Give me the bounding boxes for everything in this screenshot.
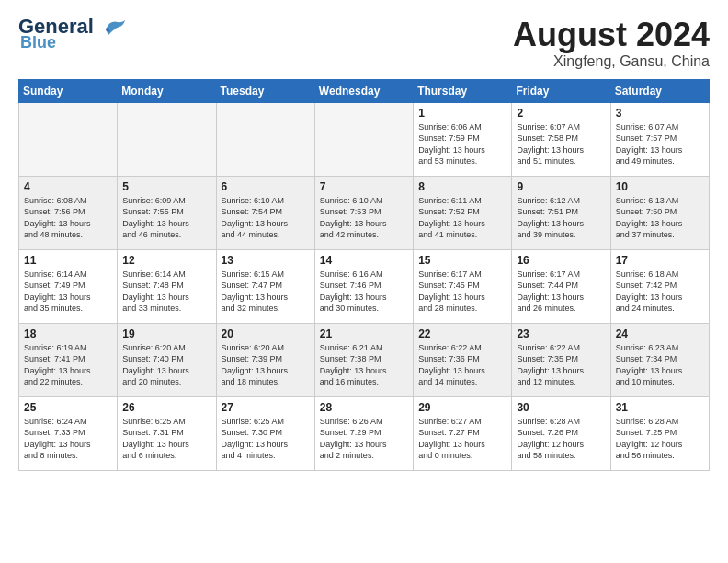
calendar-cell: 22Sunrise: 6:22 AMSunset: 7:36 PMDayligh… xyxy=(414,323,512,396)
day-info: Sunrise: 6:13 AMSunset: 7:50 PMDaylight:… xyxy=(616,195,704,241)
day-info: Sunrise: 6:17 AMSunset: 7:44 PMDaylight:… xyxy=(517,269,605,315)
weekday-friday: Friday xyxy=(512,79,610,102)
day-number: 1 xyxy=(418,107,506,120)
day-info: Sunrise: 6:14 AMSunset: 7:48 PMDaylight:… xyxy=(122,269,210,315)
day-number: 31 xyxy=(616,401,704,414)
day-info: Sunrise: 6:08 AMSunset: 7:56 PMDaylight:… xyxy=(24,195,112,241)
calendar-cell: 9Sunrise: 6:12 AMSunset: 7:51 PMDaylight… xyxy=(512,176,610,249)
day-number: 29 xyxy=(418,401,506,414)
day-number: 8 xyxy=(418,180,506,193)
calendar-table: SundayMondayTuesdayWednesdayThursdayFrid… xyxy=(18,79,710,471)
logo-blue-text: Blue xyxy=(20,33,56,52)
day-number: 23 xyxy=(517,327,605,340)
day-number: 28 xyxy=(320,401,408,414)
calendar-cell: 31Sunrise: 6:28 AMSunset: 7:25 PMDayligh… xyxy=(610,396,709,470)
day-number: 30 xyxy=(517,401,605,414)
day-info: Sunrise: 6:24 AMSunset: 7:33 PMDaylight:… xyxy=(24,416,112,462)
day-number: 20 xyxy=(222,327,310,340)
weekday-saturday: Saturday xyxy=(610,79,709,102)
day-info: Sunrise: 6:16 AMSunset: 7:46 PMDaylight:… xyxy=(320,269,408,315)
day-number: 3 xyxy=(616,107,704,120)
calendar-cell: 15Sunrise: 6:17 AMSunset: 7:45 PMDayligh… xyxy=(414,249,512,323)
day-number: 6 xyxy=(222,180,310,193)
day-number: 17 xyxy=(616,254,704,267)
title-block: August 2024 Xingfeng, Gansu, China xyxy=(513,17,710,70)
day-number: 27 xyxy=(222,401,310,414)
day-number: 21 xyxy=(320,327,408,340)
day-number: 10 xyxy=(616,180,704,193)
day-info: Sunrise: 6:10 AMSunset: 7:54 PMDaylight:… xyxy=(222,195,310,241)
day-info: Sunrise: 6:20 AMSunset: 7:39 PMDaylight:… xyxy=(222,342,310,388)
day-info: Sunrise: 6:23 AMSunset: 7:34 PMDaylight:… xyxy=(616,342,704,388)
day-number: 4 xyxy=(24,180,112,193)
calendar-cell: 13Sunrise: 6:15 AMSunset: 7:47 PMDayligh… xyxy=(216,249,314,323)
month-title: August 2024 xyxy=(513,17,710,53)
calendar-cell xyxy=(19,102,118,176)
calendar-cell: 26Sunrise: 6:25 AMSunset: 7:31 PMDayligh… xyxy=(118,396,216,470)
logo: General Blue xyxy=(18,17,127,52)
day-number: 22 xyxy=(418,327,506,340)
day-number: 9 xyxy=(517,180,605,193)
calendar-cell: 11Sunrise: 6:14 AMSunset: 7:49 PMDayligh… xyxy=(19,249,118,323)
calendar-cell: 17Sunrise: 6:18 AMSunset: 7:42 PMDayligh… xyxy=(610,249,709,323)
calendar-cell: 21Sunrise: 6:21 AMSunset: 7:38 PMDayligh… xyxy=(314,323,413,396)
week-row-3: 11Sunrise: 6:14 AMSunset: 7:49 PMDayligh… xyxy=(19,249,710,323)
weekday-tuesday: Tuesday xyxy=(216,79,314,102)
calendar-cell: 2Sunrise: 6:07 AMSunset: 7:58 PMDaylight… xyxy=(512,102,610,176)
day-info: Sunrise: 6:22 AMSunset: 7:36 PMDaylight:… xyxy=(418,342,506,388)
week-row-5: 25Sunrise: 6:24 AMSunset: 7:33 PMDayligh… xyxy=(19,396,710,470)
day-info: Sunrise: 6:18 AMSunset: 7:42 PMDaylight:… xyxy=(616,269,704,315)
day-number: 16 xyxy=(517,254,605,267)
calendar-cell: 6Sunrise: 6:10 AMSunset: 7:54 PMDaylight… xyxy=(216,176,314,249)
day-number: 5 xyxy=(122,180,210,193)
day-number: 7 xyxy=(320,180,408,193)
week-row-1: 1Sunrise: 6:06 AMSunset: 7:59 PMDaylight… xyxy=(19,102,710,176)
calendar-cell: 19Sunrise: 6:20 AMSunset: 7:40 PMDayligh… xyxy=(118,323,216,396)
calendar-cell: 20Sunrise: 6:20 AMSunset: 7:39 PMDayligh… xyxy=(216,323,314,396)
day-info: Sunrise: 6:14 AMSunset: 7:49 PMDaylight:… xyxy=(24,269,112,315)
day-number: 26 xyxy=(122,401,210,414)
day-number: 11 xyxy=(24,254,112,267)
calendar-cell xyxy=(118,102,216,176)
day-info: Sunrise: 6:25 AMSunset: 7:30 PMDaylight:… xyxy=(222,416,310,462)
day-info: Sunrise: 6:09 AMSunset: 7:55 PMDaylight:… xyxy=(122,195,210,241)
header: General Blue August 2024 Xingfeng, Gansu… xyxy=(18,17,710,70)
day-number: 18 xyxy=(24,327,112,340)
calendar-cell: 16Sunrise: 6:17 AMSunset: 7:44 PMDayligh… xyxy=(512,249,610,323)
week-row-2: 4Sunrise: 6:08 AMSunset: 7:56 PMDaylight… xyxy=(19,176,710,249)
calendar-cell: 23Sunrise: 6:22 AMSunset: 7:35 PMDayligh… xyxy=(512,323,610,396)
calendar-cell: 1Sunrise: 6:06 AMSunset: 7:59 PMDaylight… xyxy=(414,102,512,176)
week-row-4: 18Sunrise: 6:19 AMSunset: 7:41 PMDayligh… xyxy=(19,323,710,396)
day-number: 2 xyxy=(517,107,605,120)
calendar-cell: 29Sunrise: 6:27 AMSunset: 7:27 PMDayligh… xyxy=(414,396,512,470)
day-info: Sunrise: 6:28 AMSunset: 7:26 PMDaylight:… xyxy=(517,416,605,462)
day-info: Sunrise: 6:28 AMSunset: 7:25 PMDaylight:… xyxy=(616,416,704,462)
day-info: Sunrise: 6:07 AMSunset: 7:57 PMDaylight:… xyxy=(616,121,704,167)
day-number: 24 xyxy=(616,327,704,340)
calendar-cell: 24Sunrise: 6:23 AMSunset: 7:34 PMDayligh… xyxy=(610,323,709,396)
day-number: 13 xyxy=(222,254,310,267)
day-number: 19 xyxy=(122,327,210,340)
day-info: Sunrise: 6:07 AMSunset: 7:58 PMDaylight:… xyxy=(517,121,605,167)
day-info: Sunrise: 6:27 AMSunset: 7:27 PMDaylight:… xyxy=(418,416,506,462)
day-number: 14 xyxy=(320,254,408,267)
day-info: Sunrise: 6:20 AMSunset: 7:40 PMDaylight:… xyxy=(122,342,210,388)
day-info: Sunrise: 6:11 AMSunset: 7:52 PMDaylight:… xyxy=(418,195,506,241)
day-number: 25 xyxy=(24,401,112,414)
calendar-cell: 14Sunrise: 6:16 AMSunset: 7:46 PMDayligh… xyxy=(314,249,413,323)
calendar-cell xyxy=(216,102,314,176)
calendar-cell: 25Sunrise: 6:24 AMSunset: 7:33 PMDayligh… xyxy=(19,396,118,470)
day-info: Sunrise: 6:22 AMSunset: 7:35 PMDaylight:… xyxy=(517,342,605,388)
weekday-wednesday: Wednesday xyxy=(314,79,413,102)
calendar-cell: 10Sunrise: 6:13 AMSunset: 7:50 PMDayligh… xyxy=(610,176,709,249)
weekday-sunday: Sunday xyxy=(19,79,118,102)
day-info: Sunrise: 6:21 AMSunset: 7:38 PMDaylight:… xyxy=(320,342,408,388)
day-info: Sunrise: 6:17 AMSunset: 7:45 PMDaylight:… xyxy=(418,269,506,315)
weekday-monday: Monday xyxy=(118,79,216,102)
calendar-cell: 18Sunrise: 6:19 AMSunset: 7:41 PMDayligh… xyxy=(19,323,118,396)
day-info: Sunrise: 6:26 AMSunset: 7:29 PMDaylight:… xyxy=(320,416,408,462)
day-number: 12 xyxy=(122,254,210,267)
day-info: Sunrise: 6:15 AMSunset: 7:47 PMDaylight:… xyxy=(222,269,310,315)
weekday-header-row: SundayMondayTuesdayWednesdayThursdayFrid… xyxy=(19,79,710,102)
location-title: Xingfeng, Gansu, China xyxy=(513,53,710,70)
